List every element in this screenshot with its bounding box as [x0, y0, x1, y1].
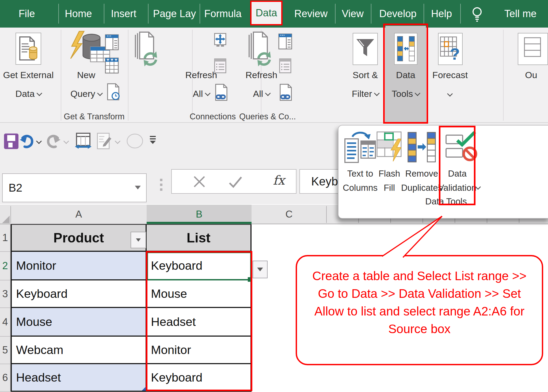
cell-a1[interactable]: Product [11, 224, 147, 252]
text-to-columns-label-2[interactable]: Columns [343, 182, 378, 194]
group-connections: Connections [190, 112, 236, 121]
tab-file[interactable]: File [18, 0, 35, 28]
filter-dropdown-button[interactable] [131, 232, 146, 248]
row-header-2[interactable]: 2 [0, 252, 11, 280]
enter-check-icon[interactable] [229, 176, 242, 188]
row-header-6[interactable]: 6 [0, 364, 11, 392]
get-external-label-1: Get External [3, 69, 54, 81]
forecast-chevron-icon [448, 92, 452, 98]
edit-dropdown-icon[interactable] [116, 139, 120, 146]
forecast-button[interactable]: ? [438, 33, 463, 65]
lightbulb-icon[interactable] [471, 5, 483, 22]
forecast-icon: ? [440, 36, 461, 62]
annotation-callout-text: Create a table and Select List range >> … [305, 267, 535, 338]
edit-links-icon[interactable] [215, 84, 228, 101]
cell-b1[interactable]: List [147, 224, 252, 252]
recent-sources-icon[interactable] [106, 83, 120, 100]
show-queries-icon[interactable] [105, 34, 119, 51]
tab-home[interactable]: Home [65, 0, 92, 28]
annotation-callout: Create a table and Select List range >> … [296, 255, 543, 365]
row-header-3[interactable]: 3 [0, 280, 11, 308]
cancel-icon[interactable] [193, 176, 206, 188]
sort-filter-button[interactable] [353, 33, 378, 65]
tab-help[interactable]: Help [431, 0, 452, 28]
tab-data[interactable]: Data [250, 1, 283, 25]
row-header-4[interactable]: 4 [0, 308, 11, 337]
cell-b1-value: List [187, 230, 211, 246]
tab-page-layout[interactable]: Page Lay [153, 0, 196, 28]
queries-edit-links-icon[interactable] [279, 84, 292, 101]
connection-properties-icon[interactable] [214, 33, 226, 47]
outline-icon [524, 37, 542, 61]
data-validation-dropdown-icon[interactable] [476, 185, 480, 192]
name-box-value: B2 [9, 174, 22, 202]
excel-window: File Home Insert Page Lay Formula Review… [0, 0, 548, 392]
refresh-all-queries-icon [248, 32, 274, 69]
refresh-conn-label-1: Refresh [185, 69, 217, 81]
tab-formulas[interactable]: Formula [204, 0, 241, 28]
annotation-box-data-tools [383, 24, 428, 124]
group-get-transform: Get & Transform [64, 112, 124, 121]
column-header-b[interactable]: B [147, 205, 252, 224]
redo-icon[interactable] [46, 134, 62, 149]
insert-function-icon[interactable]: fx [273, 173, 285, 188]
name-box-dropdown-icon[interactable] [135, 186, 141, 189]
cell-a4[interactable]: Mouse [11, 308, 147, 337]
refresh-q-label-2: All [253, 88, 270, 100]
refresh-all-queries-button[interactable] [248, 32, 274, 69]
tab-review[interactable]: Review [294, 0, 328, 28]
column-header-a[interactable]: A [11, 205, 147, 224]
queries-properties-icon[interactable] [279, 58, 291, 73]
outline-button[interactable] [518, 33, 548, 65]
formula-bar-splitter[interactable] [160, 179, 162, 191]
refresh-q-label-1: Refresh [245, 69, 277, 81]
annotation-box-list-range [146, 251, 252, 391]
cell-a2[interactable]: Monitor [11, 252, 147, 280]
queries-pane-icon[interactable] [278, 33, 292, 50]
row-header-5[interactable]: 5 [0, 337, 11, 364]
remove-duplicates-icon[interactable] [408, 132, 436, 163]
name-box[interactable]: B2 [2, 173, 147, 202]
data-tools-flyout: Text to Columns Flash Fill Remove Duplic… [338, 125, 548, 219]
undo-icon[interactable] [19, 134, 34, 149]
text-to-columns-icon[interactable] [344, 131, 376, 164]
formula-buttons: fx [171, 169, 296, 194]
flash-fill-label-1[interactable]: Flash [379, 168, 400, 180]
remove-duplicates-label-1[interactable]: Remove [405, 168, 438, 180]
svg-text:?: ? [450, 45, 460, 62]
group-queries: Queries & Co... [239, 112, 296, 121]
redo-dropdown-icon[interactable] [64, 139, 68, 146]
edit-document-icon[interactable] [96, 133, 113, 150]
row-header-1[interactable]: 1 [0, 224, 11, 252]
filter-funnel-icon [356, 39, 375, 59]
shape-circle-icon[interactable] [126, 133, 143, 149]
remove-duplicates-label-2[interactable]: Duplicates [401, 182, 442, 194]
select-all-corner[interactable] [2, 216, 10, 223]
cell-a3[interactable]: Keyboard [11, 280, 147, 308]
customize-qat-icon[interactable] [150, 136, 156, 144]
cell-a6[interactable]: Headset [11, 364, 147, 392]
new-query-label-2: Query [70, 88, 102, 100]
undo-dropdown-icon[interactable] [37, 139, 41, 146]
tab-insert[interactable]: Insert [111, 0, 136, 28]
from-table-icon[interactable] [105, 58, 119, 74]
table-resize-handle[interactable] [142, 386, 146, 391]
annotation-box-data-validation [439, 126, 475, 205]
refresh-all-button[interactable] [134, 32, 161, 69]
refresh-conn-label-2: All [193, 88, 210, 100]
new-query-label-1: New [77, 69, 95, 81]
tab-tell-me[interactable]: Tell me [504, 0, 536, 28]
save-icon[interactable] [4, 133, 19, 149]
forecast-label: Forecast [432, 69, 468, 81]
get-external-data-button[interactable] [16, 33, 41, 65]
cell-a5[interactable]: Webcam [11, 337, 147, 364]
column-header-c[interactable]: C [252, 205, 326, 224]
sort-filter-label-1: Sort & [353, 69, 378, 81]
get-external-label-2: Data [16, 88, 41, 100]
tab-view[interactable]: View [342, 0, 364, 28]
flash-fill-icon[interactable] [376, 131, 406, 164]
text-to-columns-label-1[interactable]: Text to [347, 168, 373, 180]
column-width-icon[interactable] [74, 133, 92, 150]
cell-validation-dropdown-button[interactable] [253, 261, 268, 278]
flash-fill-label-2[interactable]: Fill [384, 182, 395, 194]
